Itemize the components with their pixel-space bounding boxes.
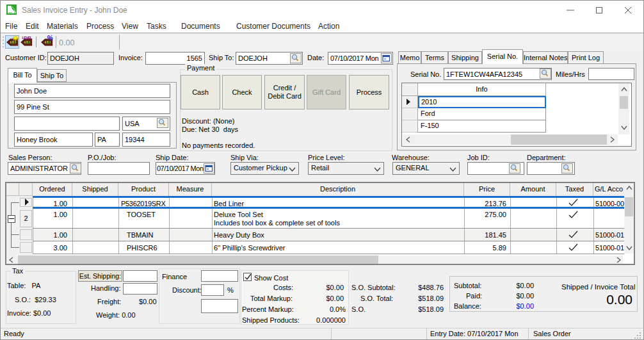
svg-text:LEVEL: LEVEL bbox=[22, 36, 33, 40]
svg-text:1.0: 1.0 bbox=[25, 40, 29, 44]
svg-text:%: % bbox=[47, 34, 53, 42]
svg-text:1.0: 1.0 bbox=[11, 40, 15, 44]
